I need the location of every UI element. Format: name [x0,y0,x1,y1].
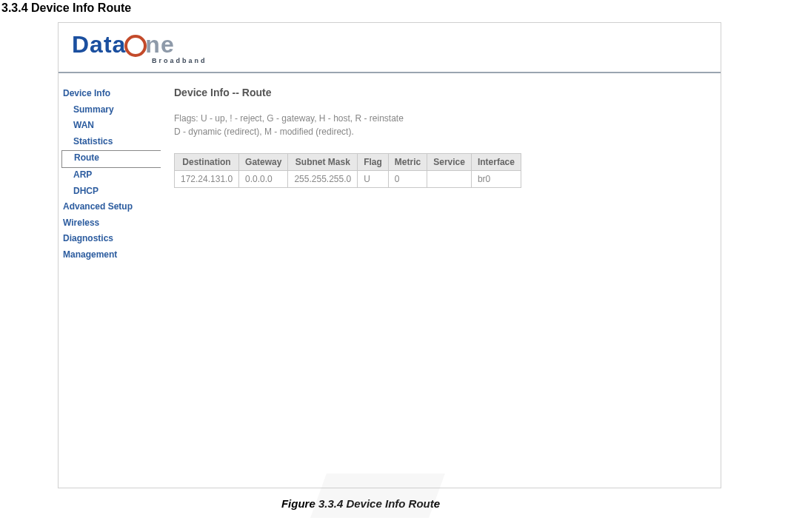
content-area: Device Info -- Route Flags: U - up, ! - … [161,73,721,488]
cell-interface: br0 [471,171,521,188]
sidebar-item-arp[interactable]: ARP [59,168,161,184]
section-heading: 3.3.4 Device Info Route [0,0,785,22]
cell-flag: U [358,171,389,188]
sidebar: Device Info Summary WAN Statistics Route… [59,73,161,488]
col-gateway: Gateway [239,154,288,171]
logo-swirl-icon [124,35,147,57]
table-header-row: Destination Gateway Subnet Mask Flag Met… [175,154,521,171]
router-admin-frame: Data ne Broadband Device Info Summary WA… [58,22,721,488]
sidebar-item-wan[interactable]: WAN [59,118,161,135]
sidebar-item-device-info[interactable]: Device Info [59,87,161,103]
sidebar-item-diagnostics[interactable]: Diagnostics [59,232,161,248]
col-flag: Flag [358,154,389,171]
col-subnet-mask: Subnet Mask [288,154,358,171]
sidebar-item-route[interactable]: Route [61,150,161,168]
flags-legend-line-1: Flags: U - up, ! - reject, G - gateway, … [174,112,707,125]
sidebar-item-statistics[interactable]: Statistics [59,135,161,151]
cell-gateway: 0.0.0.0 [239,171,288,188]
sidebar-item-summary[interactable]: Summary [59,103,161,119]
logo-subtitle: Broadband [152,57,721,64]
sidebar-item-dhcp[interactable]: DHCP [59,184,161,201]
logo-bar: Data ne Broadband [59,23,721,73]
cell-service [427,171,472,188]
logo-text-right: ne [145,31,174,58]
figure-caption: Figure 3.3.4 Device Info Route [0,497,664,510]
cell-subnet-mask: 255.255.255.0 [288,171,358,188]
route-table: Destination Gateway Subnet Mask Flag Met… [174,153,521,188]
cell-destination: 172.24.131.0 [175,171,239,188]
col-service: Service [427,154,472,171]
logo-text-left: Data [72,31,126,58]
sidebar-item-wireless[interactable]: Wireless [59,216,161,232]
cell-metric: 0 [388,171,427,188]
sidebar-item-advanced-setup[interactable]: Advanced Setup [59,200,161,216]
sidebar-item-management[interactable]: Management [59,248,161,264]
col-metric: Metric [388,154,427,171]
table-row: 172.24.131.0 0.0.0.0 255.255.255.0 U 0 b… [175,171,521,188]
flags-legend-line-2: D - dynamic (redirect), M - modified (re… [174,125,707,138]
col-destination: Destination [175,154,239,171]
page-title: Device Info -- Route [174,87,707,98]
col-interface: Interface [471,154,521,171]
logo: Data ne [72,30,721,58]
